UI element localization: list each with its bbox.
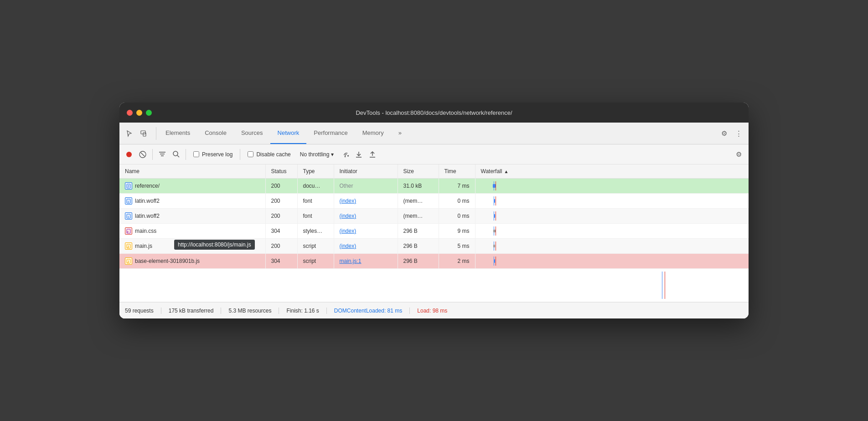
cell-status: 200 (265, 194, 297, 209)
js-icon: J (125, 257, 132, 265)
toolbar-separator-2 (186, 149, 186, 160)
preserve-log-checkbox[interactable] (193, 151, 199, 157)
col-header-size[interactable]: Size (398, 164, 439, 179)
row-name-text: base-element-3018901b.js (135, 258, 200, 264)
minimize-button[interactable] (136, 110, 142, 116)
tab-sources[interactable]: Sources (234, 123, 270, 144)
disable-cache-checkbox[interactable] (248, 151, 253, 157)
cell-name: J main.js http://localhost:8080/js/main.… (119, 239, 265, 254)
cell-initiator[interactable]: (index) (334, 239, 398, 254)
col-header-status[interactable]: Status (265, 164, 297, 179)
cell-size: 296 B (398, 254, 439, 269)
cell-initiator[interactable]: (index) (334, 194, 398, 209)
close-button[interactable] (127, 110, 133, 116)
table-row[interactable]: T latin.woff2 200 font (index) (mem… 0 m… (119, 209, 749, 224)
title-bar: DevTools - localhost:8080/docs/devtools/… (119, 103, 749, 123)
col-header-initiator[interactable]: Initiator (334, 164, 398, 179)
cell-type: font (297, 209, 334, 224)
cell-status: 304 (265, 254, 297, 269)
throttle-arrow-icon: ▾ (331, 151, 334, 158)
cell-size: 296 B (398, 239, 439, 254)
cell-size: 296 B (398, 224, 439, 239)
search-button[interactable] (170, 149, 182, 160)
cell-initiator: Other (334, 179, 398, 194)
cell-time: 0 ms (439, 194, 475, 209)
row-name-text: main.js (135, 243, 152, 249)
svg-text:J: J (127, 245, 129, 248)
col-header-type[interactable]: Type (297, 164, 334, 179)
cell-time: 7 ms (439, 179, 475, 194)
import-har-icon[interactable] (353, 149, 365, 160)
cell-status: 304 (265, 224, 297, 239)
table-row[interactable]: J base-element-3018901b.js 304 script ma… (119, 254, 749, 269)
devtools-more-icon[interactable]: ⋮ (732, 127, 745, 140)
cell-size: (mem… (398, 194, 439, 209)
cell-waterfall (475, 194, 749, 209)
tab-elements[interactable]: Elements (158, 123, 197, 144)
cell-initiator[interactable]: (index) (334, 209, 398, 224)
tab-memory[interactable]: Memory (355, 123, 391, 144)
tab-bar: Elements Console Sources Network Perform… (119, 123, 749, 144)
table-row[interactable]: # main.css 304 styles… (index) 296 B 9 m… (119, 224, 749, 239)
row-name-text: reference/ (135, 183, 160, 189)
table-row[interactable]: reference/ 200 docu… Other 31.0 kB 7 ms (119, 179, 749, 194)
table-body: reference/ 200 docu… Other 31.0 kB 7 ms (119, 179, 749, 302)
network-settings-icon[interactable]: ⚙ (732, 148, 745, 161)
device-toolbar-icon[interactable] (138, 127, 150, 140)
cell-type: script (297, 239, 334, 254)
col-header-time[interactable]: Time (439, 164, 475, 179)
css-icon: # (125, 227, 132, 235)
doc-icon (125, 182, 132, 190)
table-row[interactable]: J main.js http://localhost:8080/js/main.… (119, 239, 749, 254)
disable-cache-text: Disable cache (256, 151, 290, 158)
cell-name: # main.css (119, 224, 265, 239)
clear-button[interactable] (137, 149, 149, 160)
cell-time: 0 ms (439, 209, 475, 224)
tab-network[interactable]: Network (270, 123, 307, 144)
devtools-body: Elements Console Sources Network Perform… (119, 123, 749, 318)
cell-initiator[interactable]: main.js:1 (334, 254, 398, 269)
svg-text:T: T (128, 215, 130, 218)
font-icon: T (125, 197, 132, 205)
tab-performance[interactable]: Performance (306, 123, 355, 144)
col-header-name[interactable]: Name (119, 164, 265, 179)
tab-console[interactable]: Console (197, 123, 234, 144)
traffic-lights (127, 110, 152, 116)
export-har-icon[interactable] (367, 149, 378, 160)
preserve-log-label[interactable]: Preserve log (190, 151, 236, 158)
tab-more[interactable]: » (391, 123, 409, 144)
cell-time: 9 ms (439, 224, 475, 239)
finish-time: Finish: 1.16 s (279, 308, 326, 314)
throttle-label: No throttling (300, 151, 330, 158)
record-button[interactable] (123, 149, 135, 160)
row-name-text: latin.woff2 (135, 213, 160, 219)
cell-name: T latin.woff2 (119, 209, 265, 224)
filter-button[interactable] (156, 149, 168, 160)
wifi-settings-icon[interactable] (339, 149, 351, 160)
network-toolbar: Preserve log Disable cache No throttling… (119, 144, 749, 164)
throttle-select[interactable]: No throttling ▾ (296, 151, 338, 158)
cursor-icon[interactable] (123, 127, 136, 140)
devtools-settings-icon[interactable]: ⚙ (718, 127, 730, 140)
status-bar: 59 requests 175 kB transferred 5.3 MB re… (119, 302, 749, 318)
toolbar-separator-1 (152, 149, 153, 160)
toolbar-separator-3 (240, 149, 240, 160)
devtools-window: DevTools - localhost:8080/docs/devtools/… (119, 103, 749, 318)
empty-cell (119, 269, 749, 302)
maximize-button[interactable] (146, 110, 152, 116)
dom-content-loaded: DOMContentLoaded: 81 ms (327, 308, 410, 314)
table-row[interactable]: T latin.woff2 200 font (index) (mem… 0 m… (119, 194, 749, 209)
cell-type: docu… (297, 179, 334, 194)
col-header-waterfall[interactable]: Waterfall ▲ (475, 164, 749, 179)
cell-time: 2 ms (439, 254, 475, 269)
waterfall-sort-arrow-icon: ▲ (504, 169, 508, 174)
cell-size: (mem… (398, 209, 439, 224)
cell-waterfall (475, 209, 749, 224)
cell-status: 200 (265, 179, 297, 194)
cell-type: styles… (297, 224, 334, 239)
disable-cache-label[interactable]: Disable cache (244, 151, 294, 158)
svg-line-4 (141, 153, 145, 156)
svg-point-2 (126, 152, 132, 157)
cell-initiator[interactable]: (index) (334, 224, 398, 239)
cell-waterfall (475, 254, 749, 269)
